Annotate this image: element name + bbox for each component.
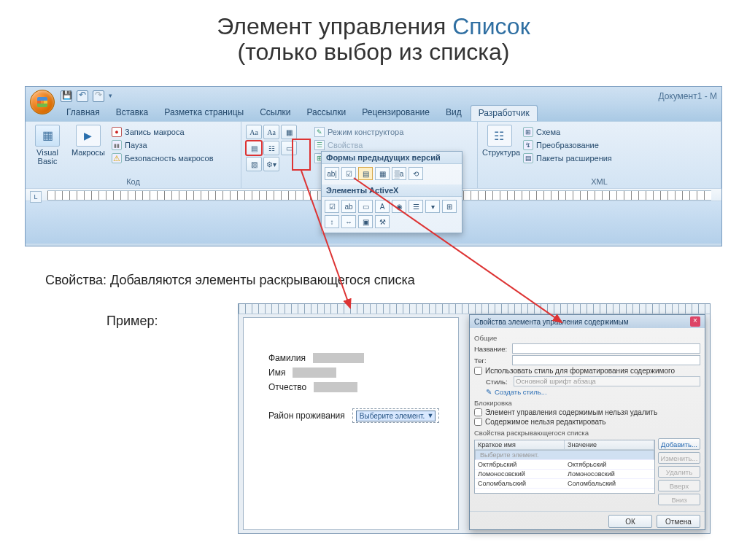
redo-icon[interactable] <box>93 90 104 102</box>
schema-icon: ⊞ <box>523 127 533 137</box>
name-input[interactable] <box>512 343 700 354</box>
doc-page: Фамилия Имя Отчество Район проживания Вы… <box>243 317 459 530</box>
save-icon[interactable] <box>61 90 72 102</box>
ax-textbox-icon[interactable]: ab <box>341 200 356 213</box>
table-row[interactable]: ЛомоносовскийЛомоносовский <box>475 470 654 479</box>
dropdown-items-table[interactable]: Краткое имя Значение Выберите элемент.Ок… <box>474 440 655 494</box>
quick-access-toolbar <box>61 90 115 102</box>
content-control-properties-dialog: Свойства элемента управления содержимым … <box>469 314 705 530</box>
table-buttons: Добавить... Изменить... Удалить Вверх Вн… <box>658 438 700 505</box>
pause-icon <box>112 140 122 150</box>
firstname-label: Имя <box>268 368 285 378</box>
ax-toggle-icon[interactable]: ⊞ <box>442 200 457 213</box>
properties-icon <box>314 140 325 150</box>
picture-control-icon[interactable]: ▦ <box>281 125 297 139</box>
textbox-form-icon[interactable]: ab| <box>325 167 339 180</box>
lock-edit-checkbox[interactable] <box>474 418 482 426</box>
design-mode-icon <box>314 127 325 137</box>
macros-button[interactable]: Макросы <box>71 125 106 157</box>
ax-option-icon[interactable]: ◉ <box>392 200 406 213</box>
table-row[interactable]: СоломбальскийСоломбальский <box>475 479 654 489</box>
tab-разметка страницы[interactable]: Разметка страницы <box>157 105 251 121</box>
title-text: Элемент управления <box>217 13 452 39</box>
dialog-close-button[interactable]: × <box>690 316 700 327</box>
table-row[interactable]: Выберите элемент. <box>475 450 654 460</box>
pause-recording-button[interactable]: Пауза <box>112 139 214 151</box>
dropdown-list-control-icon[interactable]: ☷ <box>263 141 279 155</box>
region-dropdown[interactable]: Выберите элемент. <box>356 411 436 421</box>
tab-вид[interactable]: Вид <box>438 105 469 121</box>
ax-spin-icon[interactable]: ↕ <box>325 215 339 228</box>
tab-вставка[interactable]: Вставка <box>109 105 156 121</box>
tag-input[interactable] <box>512 355 700 365</box>
reset-form-icon[interactable]: ⟲ <box>409 167 423 180</box>
col-value: Значение <box>565 440 654 449</box>
use-style-label: Использовать стиль для форматирования со… <box>485 367 675 375</box>
vb-label: Visual Basic <box>36 148 58 166</box>
add-button[interactable]: Добавить... <box>658 438 700 450</box>
tab-рассылки[interactable]: Рассылки <box>299 105 353 121</box>
name-row: Название: <box>474 343 700 354</box>
ax-label-icon[interactable]: A <box>375 200 390 213</box>
down-button[interactable]: Вниз <box>658 494 700 505</box>
ax-list-icon[interactable]: ☰ <box>409 200 423 213</box>
up-button[interactable]: Вверх <box>658 480 700 491</box>
expansion-packs-button[interactable]: ▤Пакеты расширения <box>523 152 612 164</box>
tab-ссылки[interactable]: Ссылки <box>252 105 298 121</box>
undo-icon[interactable] <box>77 90 88 102</box>
qat-dropdown-icon[interactable] <box>109 90 115 102</box>
style-select[interactable]: Основной шрифт абзаца <box>514 376 700 386</box>
use-style-checkbox[interactable] <box>474 367 482 375</box>
plain-text-control-icon[interactable]: Aa <box>263 125 279 139</box>
firstname-field[interactable] <box>293 368 336 378</box>
building-block-control-icon[interactable]: ▧ <box>246 157 262 171</box>
office-button[interactable] <box>30 90 55 114</box>
titlebar: Документ1 - M <box>26 87 721 105</box>
shading-form-icon[interactable]: ▒a <box>392 167 406 180</box>
slide-title: Элемент управления Список <box>0 0 747 40</box>
cancel-button[interactable]: Отмена <box>657 515 700 528</box>
tab-рецензирование[interactable]: Рецензирование <box>355 105 437 121</box>
macro-security-button[interactable]: Безопасность макросов <box>112 152 214 164</box>
frame-form-icon[interactable]: ▦ <box>375 167 390 180</box>
document-title: Документ1 - M <box>658 91 717 101</box>
design-mode-button[interactable]: Режим конструктора <box>314 126 403 138</box>
ribbon-tabs: ГлавнаяВставкаРазметка страницыСсылкиРас… <box>26 105 721 121</box>
dropdown-form-icon[interactable]: ▤ <box>358 167 373 180</box>
ok-button[interactable]: ОК <box>608 515 652 528</box>
highlight-box <box>292 139 311 171</box>
record-macro-button[interactable]: Запись макроса <box>112 126 214 138</box>
delete-button[interactable]: Удалить <box>658 466 700 478</box>
field-patronymic: Отчество <box>268 382 458 392</box>
ax-image-icon[interactable]: ▣ <box>358 215 373 228</box>
field-region: Район проживания Выберите элемент. <box>268 408 458 423</box>
ax-checkbox-icon[interactable]: ☑ <box>325 200 339 213</box>
group-code-label: Код <box>30 177 236 187</box>
ax-combo-icon[interactable]: ▾ <box>425 200 440 213</box>
schema-button[interactable]: ⊞Схема <box>523 126 612 138</box>
properties-button[interactable]: Свойства <box>314 139 403 151</box>
combo-box-control-icon[interactable]: ▤ <box>246 141 262 155</box>
legacy-tools-button[interactable]: ⚙▾ <box>263 157 279 171</box>
activex-row: ☑ ab ▭ A ◉ ☰ ▾ ⊞ ↕ ↔ ▣ ⚒ <box>322 197 462 233</box>
lastname-field[interactable] <box>313 353 364 363</box>
checkbox-form-icon[interactable]: ☑ <box>341 167 356 180</box>
ax-button-icon[interactable]: ▭ <box>358 200 373 213</box>
rich-text-control-icon[interactable]: Aa <box>246 125 262 139</box>
general-section-label: Общие <box>474 334 700 342</box>
structure-label: Структура <box>482 148 520 157</box>
structure-button[interactable]: Структура <box>482 125 517 157</box>
ax-scroll-icon[interactable]: ↔ <box>341 215 356 228</box>
visual-basic-button[interactable]: Visual Basic <box>30 125 65 166</box>
activex-header: Элементы ActiveX <box>322 184 462 197</box>
ax-more-icon[interactable]: ⚒ <box>375 215 390 228</box>
create-style-link[interactable]: ✎ Создать стиль... <box>474 388 700 396</box>
patronymic-field[interactable] <box>314 382 357 392</box>
lock-delete-checkbox[interactable] <box>474 408 482 416</box>
edit-button[interactable]: Изменить... <box>658 452 700 464</box>
group-xml: Структура ⊞Схема ↯Преобразование ▤Пакеты… <box>478 122 721 188</box>
table-row[interactable]: ОктябрьскийОктябрьский <box>475 460 654 470</box>
tab-главная[interactable]: Главная <box>59 105 107 121</box>
transform-button[interactable]: ↯Преобразование <box>523 139 612 151</box>
tab-разработчик[interactable]: Разработчик <box>471 105 538 121</box>
